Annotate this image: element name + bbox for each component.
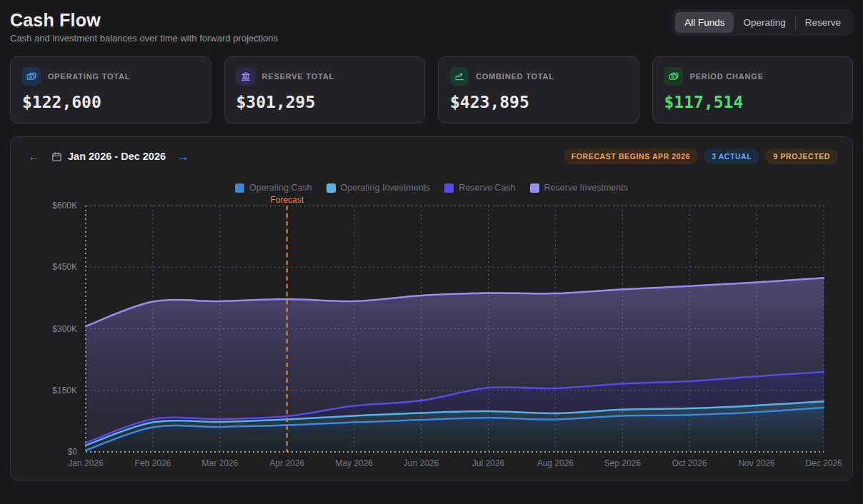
x-axis-tick-label: Jul 2026 [472, 458, 504, 468]
legend-label: Reserve Investments [544, 183, 628, 193]
tab-all-funds[interactable]: All Funds [675, 12, 734, 33]
x-axis-tick-label: Feb 2026 [135, 458, 171, 468]
stat-card-operating-total: OPERATING TOTAL $122,600 [10, 56, 211, 124]
stat-card-period-change: PERIOD CHANGE $117,514 [652, 56, 854, 124]
stat-label: RESERVE TOTAL [262, 72, 334, 81]
stat-card-reserve-total: RESERVE TOTAL $301,295 [224, 56, 426, 124]
page-title: Cash Flow [10, 10, 278, 31]
bank-icon [236, 67, 255, 86]
y-axis-tick-label: $600K [52, 201, 77, 211]
legend-label: Operating Investments [341, 183, 431, 193]
chart-area: $600K$450K$300K$150K$0 Forecast [25, 206, 838, 452]
x-axis-tick-label: Jan 2026 [68, 458, 103, 468]
legend-swatch [235, 183, 244, 193]
cash-flow-chart-panel: ← Jan 2026 - Dec 2026 → FORECAST BEGINS … [10, 136, 853, 480]
stat-label: COMBINED TOTAL [476, 72, 554, 81]
chart-legend: Operating Cash Operating Investments Res… [25, 183, 838, 193]
x-axis-tick-label: Nov 2026 [738, 458, 774, 468]
left-arrow-icon: ← [28, 150, 40, 163]
legend-item-operating-investments[interactable]: Operating Investments [326, 183, 431, 193]
stat-label: PERIOD CHANGE [690, 72, 764, 81]
legend-label: Operating Cash [249, 183, 312, 193]
cash-flow-chart-svg [86, 206, 824, 452]
trending-up-icon [450, 67, 469, 86]
legend-item-reserve-cash[interactable]: Reserve Cash [444, 183, 515, 193]
banknotes-icon [22, 67, 41, 86]
legend-label: Reserve Cash [459, 183, 515, 193]
stat-value: $117,514 [664, 93, 842, 111]
stat-label: OPERATING TOTAL [48, 72, 130, 81]
legend-item-reserve-investments[interactable]: Reserve Investments [530, 183, 628, 193]
stat-value: $122,600 [22, 93, 199, 111]
x-axis-tick-label: Oct 2026 [672, 458, 707, 468]
legend-swatch [444, 183, 454, 193]
fund-filter-tabs: All Funds Operating Reserve [672, 9, 853, 36]
stacked-area-plot: Forecast [86, 206, 824, 452]
prev-period-button[interactable]: ← [25, 149, 43, 164]
tab-operating[interactable]: Operating [734, 12, 794, 33]
x-axis-tick-label: Sep 2026 [604, 458, 641, 468]
calendar-icon [51, 151, 62, 162]
x-axis-tick-label: May 2026 [335, 458, 373, 468]
banknotes-icon [664, 67, 683, 86]
forecast-line-label: Forecast [270, 195, 304, 205]
y-axis: $600K$450K$300K$150K$0 [25, 206, 86, 452]
top-bar: Cash Flow Cash and investment balances o… [10, 7, 853, 44]
right-arrow-icon: → [177, 150, 189, 163]
x-axis-tick-label: Aug 2026 [537, 458, 574, 468]
page-subtitle: Cash and investment balances over time w… [10, 33, 278, 44]
chart-header: ← Jan 2026 - Dec 2026 → FORECAST BEGINS … [25, 148, 838, 164]
next-period-button[interactable]: → [174, 149, 192, 164]
y-axis-tick-label: $300K [52, 324, 77, 334]
y-axis-tick-label: $450K [52, 262, 77, 272]
y-axis-tick-label: $0 [68, 447, 77, 457]
x-axis-tick-label: Dec 2026 [805, 458, 842, 468]
legend-swatch [326, 183, 336, 193]
title-block: Cash Flow Cash and investment balances o… [10, 7, 278, 44]
legend-swatch [530, 183, 539, 193]
actual-count-badge: 3 ACTUAL [704, 148, 759, 164]
cash-flow-page: Cash Flow Cash and investment balances o… [0, 0, 863, 490]
x-axis-tick-label: Apr 2026 [269, 458, 304, 468]
x-axis-tick-label: Jun 2026 [404, 458, 439, 468]
tab-reserve[interactable]: Reserve [796, 12, 850, 33]
stat-card-combined-total: COMBINED TOTAL $423,895 [438, 56, 639, 124]
projected-count-badge: 9 PROJECTED [765, 148, 838, 164]
stat-value: $423,895 [450, 93, 627, 111]
x-axis-tick-label: Mar 2026 [201, 458, 238, 468]
x-axis: Jan 2026Feb 2026Mar 2026Apr 2026May 2026… [86, 457, 824, 471]
forecast-begins-badge: FORECAST BEGINS APR 2026 [564, 148, 698, 164]
stat-value: $301,295 [236, 93, 414, 111]
stat-cards-row: OPERATING TOTAL $122,600 RESERVE TOTAL $… [10, 56, 853, 124]
y-axis-tick-label: $150K [52, 385, 77, 395]
date-range-control[interactable]: Jan 2026 - Dec 2026 [51, 151, 166, 162]
legend-item-operating-cash[interactable]: Operating Cash [235, 183, 312, 193]
chart-badges: FORECAST BEGINS APR 2026 3 ACTUAL 9 PROJ… [564, 148, 838, 164]
date-range-label: Jan 2026 - Dec 2026 [68, 151, 166, 162]
